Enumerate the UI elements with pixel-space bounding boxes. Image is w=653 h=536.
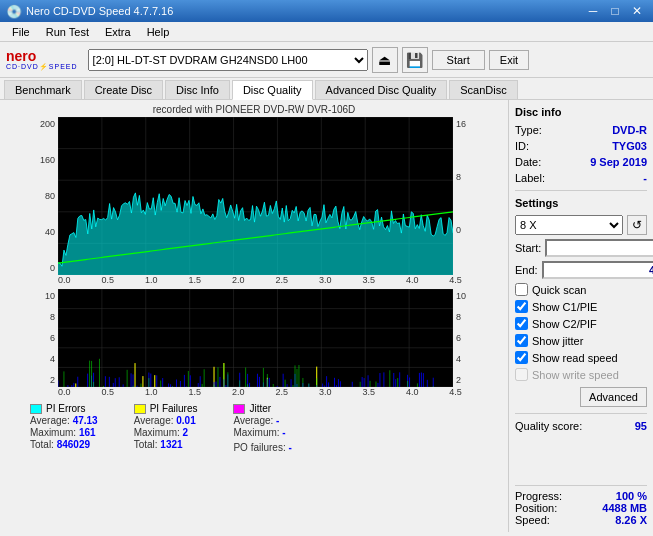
pi-errors-color (30, 404, 42, 414)
show-read-speed-checkbox[interactable] (515, 351, 528, 364)
upper-y-label-80: 80 (32, 191, 55, 201)
pi-failures-label: PI Failures (150, 403, 198, 414)
disc-label-label: Label: (515, 172, 545, 184)
drive-select[interactable]: [2:0] HL-DT-ST DVDRAM GH24NSD0 LH00 (88, 49, 368, 71)
jitter-avg: Average: - (233, 415, 291, 426)
upper-x-4.0: 4.0 (406, 275, 419, 285)
disc-label-value: - (643, 172, 647, 184)
jitter-label: Jitter (249, 403, 271, 414)
position-label: Position: (515, 502, 557, 514)
chart-area: recorded with PIONEER DVD-RW DVR-106D 20… (0, 100, 508, 532)
pi-errors-total: Total: 846029 (30, 439, 98, 450)
lower-yr-label-4: 4 (456, 354, 473, 364)
bottom-panel: Progress: 100 % Position: 4488 MB Speed:… (515, 485, 647, 526)
speed-select[interactable]: 8 X (515, 215, 623, 235)
lower-x-1.0: 1.0 (145, 387, 158, 397)
show-read-speed-row: Show read speed (515, 351, 647, 364)
tab-advanced-disc-quality[interactable]: Advanced Disc Quality (315, 80, 448, 99)
start-mb-row: Start: MB (515, 239, 647, 257)
close-button[interactable]: ✕ (627, 3, 647, 19)
show-c2-pif-row: Show C2/PIF (515, 317, 647, 330)
window-controls: ─ □ ✕ (583, 3, 647, 19)
show-c2-pif-label: Show C2/PIF (532, 318, 597, 330)
lower-yr-label-2: 2 (456, 375, 473, 385)
show-write-speed-checkbox[interactable] (515, 368, 528, 381)
lower-x-3.5: 3.5 (362, 387, 375, 397)
tab-disc-quality[interactable]: Disc Quality (232, 80, 313, 100)
menu-help[interactable]: Help (139, 24, 178, 40)
upper-chart-canvas (58, 117, 453, 275)
lower-y-label-6: 6 (32, 333, 55, 343)
charts-wrapper: 200 160 80 40 0 16 8 0 (32, 117, 482, 397)
lower-x-0.5: 0.5 (101, 387, 114, 397)
refresh-button[interactable]: ↺ (627, 215, 647, 235)
pi-failures-color (134, 404, 146, 414)
upper-x-0.5: 0.5 (101, 275, 114, 285)
disc-id-row: ID: TYG03 (515, 140, 647, 152)
speed2-value: 8.26 X (615, 514, 647, 526)
position-row: Position: 4488 MB (515, 502, 647, 514)
end-mb-row: End: MB (515, 261, 647, 279)
lower-chart-canvas (58, 289, 453, 387)
quick-scan-checkbox[interactable] (515, 283, 528, 296)
end-label: End: (515, 264, 538, 276)
speed2-row: Speed: 8.26 X (515, 514, 647, 526)
save-icon[interactable]: 💾 (402, 47, 428, 73)
upper-x-1.0: 1.0 (145, 275, 158, 285)
menu-bar: File Run Test Extra Help (0, 22, 653, 42)
tabs-bar: Benchmark Create Disc Disc Info Disc Qua… (0, 78, 653, 100)
quality-score-value: 95 (635, 420, 647, 432)
lower-x-1.5: 1.5 (188, 387, 201, 397)
end-mb-input[interactable] (542, 261, 653, 279)
disc-date-row: Date: 9 Sep 2019 (515, 156, 647, 168)
lower-x-2.5: 2.5 (275, 387, 288, 397)
progress-label: Progress: (515, 490, 562, 502)
tab-create-disc[interactable]: Create Disc (84, 80, 163, 99)
show-write-speed-row: Show write speed (515, 368, 647, 381)
progress-value: 100 % (616, 490, 647, 502)
upper-x-2.5: 2.5 (275, 275, 288, 285)
tab-disc-info[interactable]: Disc Info (165, 80, 230, 99)
pi-failures-max: Maximum: 2 (134, 427, 198, 438)
pi-errors-label: PI Errors (46, 403, 85, 414)
quick-scan-row: Quick scan (515, 283, 647, 296)
start-button[interactable]: Start (432, 50, 485, 70)
show-jitter-label: Show jitter (532, 335, 583, 347)
show-c1-pie-checkbox[interactable] (515, 300, 528, 313)
pi-failures-total: Total: 1321 (134, 439, 198, 450)
divider-1 (515, 190, 647, 191)
disc-id-value: TYG03 (612, 140, 647, 152)
menu-extra[interactable]: Extra (97, 24, 139, 40)
eject-icon[interactable]: ⏏ (372, 47, 398, 73)
show-jitter-checkbox[interactable] (515, 334, 528, 347)
show-c2-pif-checkbox[interactable] (515, 317, 528, 330)
pi-failures-avg: Average: 0.01 (134, 415, 198, 426)
lower-yr-label-8: 8 (456, 312, 473, 322)
jitter-max: Maximum: - (233, 427, 291, 438)
lower-x-0.0: 0.0 (58, 387, 71, 397)
show-write-speed-label: Show write speed (532, 369, 619, 381)
tab-scan-disc[interactable]: ScanDisc (449, 80, 517, 99)
lower-x-3.0: 3.0 (319, 387, 332, 397)
nero-logo: nero CD·DVD⚡SPEED (6, 49, 78, 70)
disc-type-row: Type: DVD-R (515, 124, 647, 136)
menu-run-test[interactable]: Run Test (38, 24, 97, 40)
minimize-button[interactable]: ─ (583, 3, 603, 19)
quick-scan-label: Quick scan (532, 284, 586, 296)
lower-y-label-10: 10 (32, 291, 55, 301)
advanced-button[interactable]: Advanced (580, 387, 647, 407)
title-bar: 💿 Nero CD-DVD Speed 4.7.7.16 ─ □ ✕ (0, 0, 653, 22)
legend-jitter: Jitter Average: - Maximum: - PO failures… (233, 403, 291, 453)
main-content: recorded with PIONEER DVD-RW DVR-106D 20… (0, 100, 653, 532)
jitter-color (233, 404, 245, 414)
menu-file[interactable]: File (4, 24, 38, 40)
progress-row: Progress: 100 % (515, 490, 647, 502)
maximize-button[interactable]: □ (605, 3, 625, 19)
disc-type-label: Type: (515, 124, 542, 136)
exit-button[interactable]: Exit (489, 50, 529, 70)
start-mb-input[interactable] (545, 239, 653, 257)
lower-x-4.0: 4.0 (406, 387, 419, 397)
disc-label-row: Label: - (515, 172, 647, 184)
tab-benchmark[interactable]: Benchmark (4, 80, 82, 99)
toolbar: nero CD·DVD⚡SPEED [2:0] HL-DT-ST DVDRAM … (0, 42, 653, 78)
